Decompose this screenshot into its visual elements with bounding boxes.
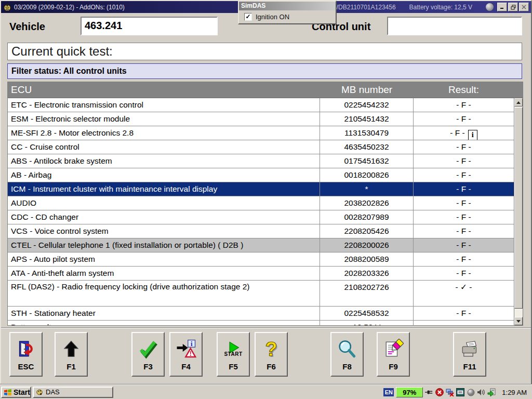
result-cell: - F -: [414, 238, 514, 252]
table-row[interactable]: AB - Airbag0018200826- F -: [8, 168, 514, 182]
das-task-button[interactable]: DAS: [33, 387, 113, 398]
svg-text:i: i: [191, 340, 193, 348]
ecu-cell: ICM - Instrument cluster with maintenanc…: [8, 182, 320, 196]
scrollbar-thumb[interactable]: [514, 107, 523, 309]
magnifier-icon: [331, 337, 363, 361]
column-header-mb-number[interactable]: MB number: [320, 82, 414, 98]
network-disconnected-icon[interactable]: [446, 388, 454, 396]
start-play-icon: START: [218, 337, 249, 360]
table-row[interactable]: ATA - Anti-theft alarm system2028203326-…: [8, 267, 514, 281]
language-indicator[interactable]: EN: [383, 388, 394, 396]
battery-status[interactable]: 97%: [396, 387, 423, 397]
close-button[interactable]: [519, 3, 529, 11]
vertical-scrollbar[interactable]: [514, 98, 523, 325]
esc-button[interactable]: ESC: [9, 332, 43, 377]
vehicle-input[interactable]: 463.241: [81, 17, 218, 35]
up-arrow-icon: [56, 337, 87, 361]
filter-status-bar: Filter status: All control units: [7, 63, 522, 79]
ecu-cell: RFL (DAS2) - Radio frequency locking (dr…: [8, 281, 320, 306]
mb-number-cell: 0018200826: [320, 168, 414, 182]
result-cell: - F -i: [414, 126, 514, 140]
close-icon: [522, 5, 526, 9]
info-icon[interactable]: i: [468, 130, 477, 140]
error-icon[interactable]: [435, 388, 444, 396]
question-mark-icon: ?: [256, 337, 287, 361]
sphere-icon: [486, 3, 494, 11]
mb-number-cell: 2208205426: [320, 224, 414, 238]
battery-voltage-label: Battery voltage: 12,5 V: [409, 4, 472, 11]
table-row[interactable]: CTEL - Cellular telephone 1 (fixed insta…: [8, 238, 514, 252]
f1-button[interactable]: F1: [55, 332, 88, 377]
button-label: F5: [218, 362, 249, 371]
table-row[interactable]: CC - Cruise control4635450232- F -: [8, 140, 514, 154]
windows-logo-icon: [4, 388, 12, 396]
mb-number-cell: 0225454232: [320, 98, 414, 112]
mb-number-cell: 12.53 V: [320, 321, 414, 325]
table-row[interactable]: RFL (DAS2) - Radio frequency locking (dr…: [8, 281, 514, 307]
ignition-label: Ignition ON: [256, 13, 289, 21]
minimize-button[interactable]: [497, 3, 507, 11]
das-application: 03/2009 (2009-02-12) - AddONs: (1010) VI…: [0, 0, 532, 399]
simdas-title-bar[interactable]: SimDAS: [239, 2, 336, 10]
eject-hardware-icon[interactable]: [487, 388, 496, 396]
system-tray: EN 97%: [383, 386, 530, 398]
scroll-down-button[interactable]: [514, 317, 523, 325]
down-arrow-icon: [516, 320, 521, 323]
button-label: F3: [132, 362, 164, 371]
f8-button[interactable]: F8: [330, 332, 364, 377]
table-row[interactable]: AUDIO2038202826- F -: [8, 196, 514, 210]
result-cell: - F -: [414, 307, 514, 320]
ecu-cell: CTEL - Cellular telephone 1 (fixed insta…: [8, 238, 320, 252]
mb-number-cell: 2028203326: [320, 267, 414, 280]
table-row[interactable]: VCS - Voice control system2208205426- F …: [8, 224, 514, 238]
mb-number-cell: 4635450232: [320, 140, 414, 154]
restore-button[interactable]: [508, 3, 518, 11]
ecu-cell: CC - Cruise control: [8, 140, 320, 154]
taskbar: Start DAS EN 97%: [0, 384, 532, 399]
f6-button[interactable]: ? F6: [255, 332, 288, 377]
ecu-cell: APS - Auto pilot system: [8, 252, 320, 266]
volume-icon[interactable]: [477, 388, 485, 396]
mb-number-cell: 2105451432: [320, 112, 414, 126]
taskbar-clock[interactable]: 1:29 AM: [502, 389, 527, 396]
plug-icon[interactable]: [425, 388, 433, 396]
up-arrow-icon: [516, 101, 521, 104]
result-cell: - F -: [414, 196, 514, 210]
start-icon-text: START: [224, 351, 242, 357]
start-button[interactable]: Start: [1, 387, 31, 398]
f9-button[interactable]: F9: [377, 332, 410, 377]
arrow-info-warning-icon: i !: [170, 337, 202, 361]
table-row[interactable]: CDC - CD changer0028207989- F -: [8, 210, 514, 224]
result-cell: - F -: [414, 267, 514, 280]
ecu-cell: ETC - Electronic transmission control: [8, 98, 320, 112]
column-header-ecu[interactable]: ECU: [8, 82, 320, 98]
das-task-label: DAS: [46, 388, 60, 396]
mb-number-cell: 0175451632: [320, 154, 414, 168]
table-row[interactable]: ESM - Electronic selector module21054514…: [8, 112, 514, 126]
f5-button[interactable]: START F5: [217, 332, 250, 377]
table-row[interactable]: STH - Stationary heater0225458532- F -: [8, 307, 514, 321]
control-unit-input[interactable]: [387, 17, 522, 35]
result-cell: - F -: [414, 154, 514, 168]
result-cell: - F -: [414, 210, 514, 224]
table-row[interactable]: Battery voltage12.53 V: [8, 321, 514, 325]
mb-number-cell: 2108202726: [320, 281, 414, 306]
f4-button[interactable]: i ! F4: [169, 332, 203, 377]
ecu-cell: CDC - CD changer: [8, 210, 320, 224]
table-row[interactable]: ETC - Electronic transmission control022…: [8, 98, 514, 112]
ecu-cell: STH - Stationary heater: [8, 307, 320, 320]
mb-number-cell: 0225458532: [320, 307, 414, 320]
ignition-checkbox[interactable]: ✓: [244, 13, 252, 21]
button-label: F9: [378, 362, 409, 371]
table-row[interactable]: ME-SFI 2.8 - Motor electronics 2.8113153…: [8, 126, 514, 140]
table-row[interactable]: ABS - Antilock brake system0175451632- F…: [8, 154, 514, 168]
input-device-icon[interactable]: [456, 388, 464, 396]
column-header-result[interactable]: Result:: [414, 82, 514, 98]
table-row[interactable]: APS - Auto pilot system2088200589- F -: [8, 252, 514, 267]
f3-button[interactable]: F3: [131, 332, 165, 377]
scroll-up-button[interactable]: [514, 98, 523, 107]
f11-button[interactable]: F11: [453, 332, 486, 377]
table-row[interactable]: ICM - Instrument cluster with maintenanc…: [8, 182, 514, 196]
button-label: F8: [331, 362, 363, 371]
sphere-icon[interactable]: [467, 388, 475, 396]
